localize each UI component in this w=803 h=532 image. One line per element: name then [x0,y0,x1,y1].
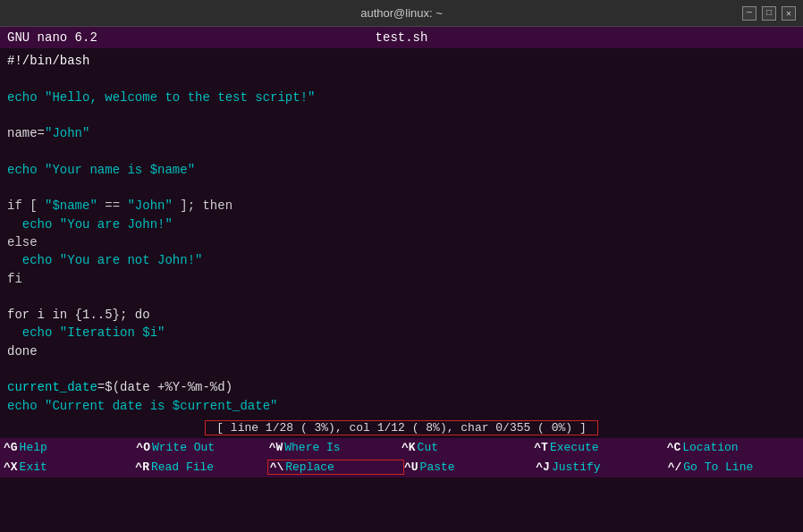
editor-line-20: echo "Current date is $current_date" [7,397,796,415]
maximize-button[interactable]: □ [762,6,776,21]
shortcut-exit[interactable]: ^X Exit [4,460,135,474]
editor-area[interactable]: #!/bin/bash echo "Hello, welcome to the … [0,48,803,418]
shortcut-key-goto: ^/ [668,460,682,474]
shortcut-label-location: Location [682,441,738,454]
nano-version: GNU nano 6.2 [7,30,270,45]
editor-line-18 [7,360,796,378]
shortcut-bar-row1: ^G Help ^O Write Out ^W Where Is ^K Cut … [0,438,803,458]
shortcut-key-read: ^R [135,460,149,474]
status-text: [ line 1/28 ( 3%), col 1/12 ( 8%), char … [205,420,597,435]
shortcut-execute[interactable]: ^T Execute [534,441,666,454]
shortcut-label-read: Read File [151,460,214,474]
editor-line-3: echo "Hello, welcome to the test script!… [7,89,796,106]
status-bar: [ line 1/28 ( 3%), col 1/12 ( 8%), char … [0,418,803,438]
shortcut-key-justify: ^J [536,460,550,474]
shortcut-location[interactable]: ^C Location [667,441,799,454]
minimize-button[interactable]: ─ [742,6,757,21]
editor-line-17: done [7,342,796,360]
shortcut-cut[interactable]: ^K Cut [402,441,534,454]
shortcut-label-goto: Go To Line [683,460,753,474]
shortcut-label-replace: Replace [285,460,334,474]
shortcut-label-justify: Justify [552,460,601,474]
editor-line-14 [7,288,796,306]
editor-line-10: echo "You are John!" [7,215,796,233]
editor-line-1: #!/bin/bash [7,52,796,70]
shortcut-key-exit: ^X [4,460,18,474]
shortcut-label-paste: Paste [420,460,455,474]
shortcut-replace[interactable]: ^\ Replace [267,460,404,475]
shortcut-key-write: ^O [136,441,150,454]
shortcut-write-out[interactable]: ^O Write Out [136,441,268,454]
editor-line-4 [7,106,796,124]
editor-line-19: current_date=$(date +%Y-%m-%d) [7,378,796,396]
editor-line-15: for i in {1..5}; do [7,306,796,324]
editor-line-8 [7,179,796,197]
shortcut-key-location: ^C [667,441,681,454]
nano-header: GNU nano 6.2 test.sh [0,27,803,48]
editor-line-7: echo "Your name is $name" [7,161,796,179]
shortcut-key-paste: ^U [404,460,418,474]
editor-line-6 [7,142,796,160]
shortcut-key-execute: ^T [534,441,548,454]
shortcut-label-cut: Cut [418,441,438,454]
editor-line-11: else [7,233,796,251]
editor-line-9: if [ "$name" == "John" ]; then [7,197,796,215]
shortcut-key-help: ^G [4,441,18,454]
shortcut-key-where: ^W [269,441,283,454]
shortcut-key-cut: ^K [402,441,416,454]
shortcut-paste[interactable]: ^U Paste [404,460,536,474]
window-controls: ─ □ ✕ [742,6,796,21]
shortcut-label-write: Write Out [152,441,215,454]
shortcut-bar-row2: ^X Exit ^R Read File ^\ Replace ^U Paste… [0,458,803,477]
shortcut-justify[interactable]: ^J Justify [536,460,667,474]
shortcut-read-file[interactable]: ^R Read File [135,460,266,474]
editor-line-13: fi [7,270,796,288]
shortcut-label-where: Where Is [284,441,340,454]
shortcut-label-help: Help [20,441,47,454]
nano-filename: test.sh [270,30,533,45]
editor-line-2 [7,70,796,88]
shortcut-label-execute: Execute [550,441,599,454]
close-button[interactable]: ✕ [782,6,796,21]
shortcut-where-is[interactable]: ^W Where Is [269,441,402,454]
shortcut-go-to-line[interactable]: ^/ Go To Line [668,460,799,474]
window-title: author@linux: ~ [61,6,742,20]
shortcut-key-replace: ^\ [270,460,284,474]
title-bar: author@linux: ~ ─ □ ✕ [0,0,803,27]
editor-line-16: echo "Iteration $i" [7,324,796,342]
shortcut-help[interactable]: ^G Help [4,441,136,454]
editor-line-12: echo "You are not John!" [7,251,796,269]
editor-line-5: name="John" [7,124,796,142]
shortcut-label-exit: Exit [20,460,47,474]
